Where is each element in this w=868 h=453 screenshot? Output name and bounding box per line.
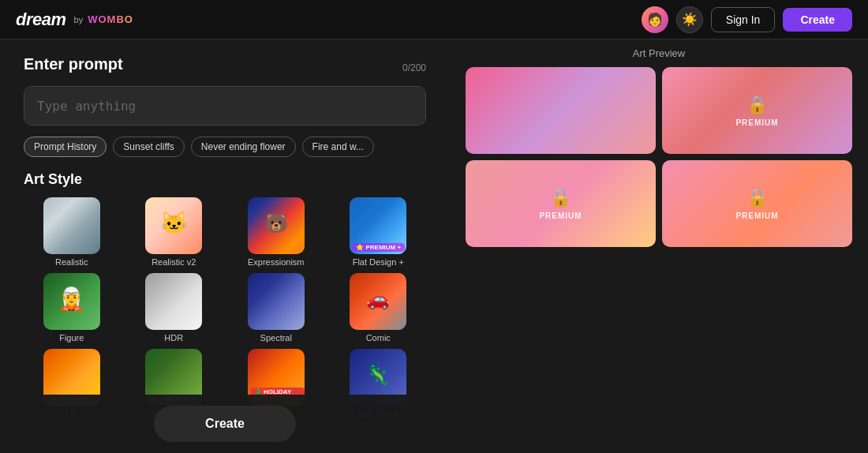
style-label-5: HDR: [164, 333, 183, 343]
sign-in-button[interactable]: Sign In: [711, 7, 776, 32]
logo-wombo: WOMBO: [88, 13, 133, 25]
style-label-6: Spectral: [260, 333, 292, 343]
style-item-3[interactable]: ⭐ PREMIUM +Flat Design +: [331, 197, 427, 267]
tags-row: Prompt HistorySunset cliffsNever ending …: [24, 137, 426, 157]
style-item-4[interactable]: 🧝Figure: [24, 273, 120, 343]
lock-icon-2: 🔒: [550, 188, 571, 208]
create-main-button[interactable]: Create: [154, 406, 296, 442]
art-preview-label: Art Preview: [633, 47, 685, 59]
style-label-7: Comic: [366, 333, 391, 343]
premium-label-3: PREMIUM: [735, 212, 778, 220]
style-grid: Realistic🐱Realistic v2🐻Expressionism⭐ PR…: [24, 197, 426, 418]
style-item-2[interactable]: 🐻Expressionism: [228, 197, 324, 267]
create-header-button[interactable]: Create: [783, 8, 852, 32]
style-item-7[interactable]: 🚗Comic: [331, 273, 427, 343]
premium-label-1: PREMIUM: [735, 118, 778, 127]
style-label-1: Realistic v2: [152, 257, 196, 267]
tag-1[interactable]: Sunset cliffs: [113, 137, 184, 157]
style-label-0: Realistic: [55, 257, 88, 267]
prompt-input[interactable]: [24, 86, 426, 125]
style-label-3: Flat Design +: [353, 257, 404, 267]
lock-icon-1: 🔒: [746, 95, 768, 115]
logo-area: dream by WOMBO: [16, 9, 133, 30]
preview-cell-3: 🔒 PREMIUM: [466, 160, 656, 247]
preview-cell-4: 🔒 PREMIUM: [662, 160, 852, 247]
preview-grid: 🔒 PREMIUM 🔒 PREMIUM 🔒 PREMIUM: [466, 67, 852, 247]
premium-label-2: PREMIUM: [539, 212, 582, 220]
theme-toggle-button[interactable]: ☀️: [676, 6, 703, 33]
header-right: 🧑 ☀️ Sign In Create: [642, 6, 852, 33]
style-item-5[interactable]: HDR: [126, 273, 223, 343]
tag-3[interactable]: Fire and w...: [302, 137, 374, 157]
style-item-0[interactable]: Realistic: [24, 197, 120, 267]
char-count: 0/200: [402, 62, 426, 73]
logo-by: by: [74, 15, 84, 24]
style-item-6[interactable]: Spectral: [228, 273, 324, 343]
lock-icon-3: 🔒: [746, 188, 768, 208]
preview-cell-2: 🔒 PREMIUM: [662, 67, 852, 154]
art-style-title: Art Style: [24, 171, 426, 188]
style-label-4: Figure: [59, 333, 84, 343]
prompt-header: Enter prompt 0/200: [24, 55, 426, 80]
preview-cell-1: [466, 67, 656, 154]
style-item-1[interactable]: 🐱Realistic v2: [126, 197, 223, 267]
left-panel: Enter prompt 0/200 Prompt HistorySunset …: [0, 39, 450, 453]
right-panel: Art Preview 🔒 PREMIUM 🔒 PREMIUM 🔒 PREMIU…: [450, 39, 868, 453]
main-content: Enter prompt 0/200 Prompt HistorySunset …: [0, 39, 868, 453]
prompt-title: Enter prompt: [24, 55, 123, 73]
header: dream by WOMBO 🧑 ☀️ Sign In Create: [0, 0, 868, 39]
tag-2[interactable]: Never ending flower: [191, 137, 296, 157]
logo-dream: dream: [16, 9, 66, 30]
create-bar: Create: [0, 395, 450, 453]
tag-0[interactable]: Prompt History: [24, 137, 107, 157]
avatar[interactable]: 🧑: [642, 6, 668, 33]
style-label-2: Expressionism: [248, 257, 305, 267]
